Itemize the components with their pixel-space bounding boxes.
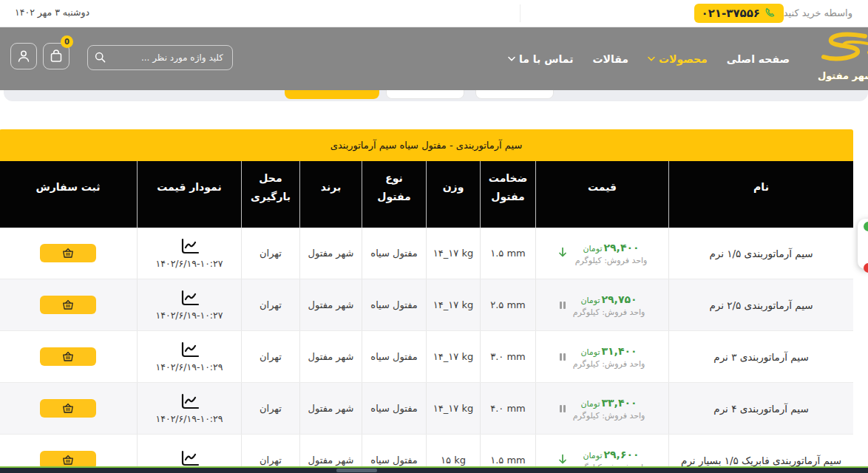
price-value: ۳۳,۴۰۰تومان: [580, 397, 637, 409]
price-value: ۳۱,۴۰۰تومان: [580, 345, 637, 357]
scrollbar-thumb[interactable]: [336, 469, 377, 472]
brand: شهر مفتول: [300, 383, 362, 434]
contact-green-dot[interactable]: [864, 222, 868, 231]
weight-value: ۱۴_۱۷ kg: [427, 279, 481, 330]
trend-steady-icon: [560, 302, 566, 309]
weight-value: ۱۴_۱۷ kg: [427, 331, 481, 382]
phone-caption: واسطه خرید کنید: [784, 7, 852, 18]
price-value: ۲۹,۶۰۰تومان: [583, 449, 639, 460]
chevron-down-icon: [508, 56, 515, 61]
category-tabstrip: [4, 90, 868, 101]
menu-articles[interactable]: مقالات: [592, 53, 628, 65]
basket-icon: [62, 455, 74, 466]
chart-cell: ۱۴۰۲/۶/۱۹-۱۰:۲۹: [138, 383, 242, 434]
page: دوشنبه ۳ مهر ۱۴۰۲ واسطه خرید کنید ۰۲۱-۳۷…: [0, 0, 868, 473]
search-icon: [94, 51, 106, 64]
order-cell: [0, 383, 138, 434]
line-chart-icon: [180, 393, 200, 410]
line-chart-icon: [180, 290, 200, 307]
table-body: سیم آرماتوربندی ۱/۵ نرم۲۹,۴۰۰تومانواحد ف…: [0, 228, 853, 473]
order-cell: [0, 228, 138, 279]
product-name: سیم آرماتوربندی ۱/۵ نرم: [669, 228, 853, 279]
site-logo[interactable]: شهر مفتول: [801, 30, 868, 89]
tab-inactive[interactable]: [475, 90, 554, 99]
price-cell: ۳۳,۴۰۰تومانواحد فروش: کیلوگرم: [536, 383, 669, 434]
sale-unit: واحد فروش: کیلوگرم: [573, 359, 645, 369]
shopping-bag-icon: [49, 49, 64, 64]
sale-unit: واحد فروش: کیلوگرم: [573, 307, 645, 317]
loading-location: تهران: [242, 228, 300, 279]
menu-products[interactable]: محصولات: [648, 53, 708, 65]
price-table: سیم آرماتوربندی - مفتول سیاه سیم آرماتور…: [0, 129, 853, 473]
chart-cell: ۱۴۰۲/۶/۱۹-۱۰:۲۷: [138, 279, 242, 330]
table-row: سیم آرماتوربندی ۲/۵ نرم۲۹,۷۵۰تومانواحد ف…: [0, 279, 853, 331]
price-chart-link[interactable]: ۱۴۰۲/۶/۱۹-۱۰:۲۷: [156, 290, 223, 321]
price-value: ۲۹,۴۰۰تومان: [583, 242, 639, 253]
brand: شهر مفتول: [300, 228, 362, 279]
order-cell: [0, 331, 138, 382]
order-button[interactable]: [40, 399, 96, 418]
table-row: سیم آرماتوربندی ۴ نرم۳۳,۴۰۰تومانواحد فرو…: [0, 383, 853, 435]
logo-text: شهر مفتول: [801, 70, 868, 81]
col-type: نوع مفتول: [362, 161, 427, 228]
col-location: محل بارگیری: [242, 161, 300, 228]
chart-timestamp: ۱۴۰۲/۶/۱۹-۱۰:۲۹: [156, 413, 223, 424]
thickness-value: ۴.۰ mm: [481, 383, 536, 434]
main-menu: صفحه اصلی محصولات مقالات تماس با ما: [508, 27, 790, 90]
sale-unit: واحد فروش: کیلوگرم: [573, 411, 645, 421]
brand: شهر مفتول: [300, 331, 362, 382]
line-chart-icon: [180, 341, 200, 358]
search-input[interactable]: [87, 45, 233, 70]
order-button[interactable]: [40, 244, 96, 262]
product-name: سیم آرماتوربندی ۳ نرم: [669, 331, 853, 382]
col-weight: وزن: [427, 161, 481, 228]
line-chart-icon: [180, 450, 200, 467]
sale-unit: واحد فروش: کیلوگرم: [575, 256, 648, 265]
brand: شهر مفتول: [300, 279, 362, 330]
basket-icon: [62, 351, 74, 362]
price-chart-link[interactable]: ۱۴۰۲/۶/۱۹-۱۰:۲۹: [156, 341, 223, 372]
price-cell: ۲۹,۷۵۰تومانواحد فروش: کیلوگرم: [536, 279, 669, 330]
col-name: نام: [669, 161, 853, 228]
price-chart-link[interactable]: ۱۴۰۲/۶/۱۹-۱۰:۲۷: [156, 238, 223, 269]
tab-inactive[interactable]: [386, 90, 464, 99]
tab-active[interactable]: [285, 90, 379, 99]
menu-home[interactable]: صفحه اصلی: [727, 53, 790, 65]
price-chart-link[interactable]: ۱۴۰۲/۶/۱۹-۱۰:۲۹: [156, 393, 223, 424]
order-cell: [0, 279, 138, 330]
contact-red-dot[interactable]: [864, 263, 868, 273]
weight-value: ۱۴_۱۷ kg: [427, 228, 481, 279]
chart-cell: ۱۴۰۲/۶/۱۹-۱۰:۲۹: [138, 331, 242, 382]
thickness-value: ۲.۵ mm: [481, 279, 536, 330]
order-button[interactable]: [40, 347, 96, 366]
table-row: سیم آرماتوربندی ۱/۵ نرم۲۹,۴۰۰تومانواحد ف…: [0, 228, 853, 279]
table-row: سیم آرماتوربندی ۳ نرم۳۱,۴۰۰تومانواحد فرو…: [0, 331, 853, 383]
col-order: ثبت سفارش: [0, 161, 138, 228]
chart-cell: ۱۴۰۲/۶/۱۹-۱۰:۲۷: [138, 228, 242, 279]
main-navbar: 0 صفحه اصلی محصولات مقالات تماس با م: [0, 27, 868, 90]
order-button[interactable]: [40, 296, 96, 314]
loading-location: تهران: [242, 279, 300, 330]
search-box: [87, 45, 233, 70]
price-cell: ۲۹,۴۰۰تومانواحد فروش: کیلوگرم: [536, 228, 669, 279]
chevron-down-icon: [648, 56, 655, 61]
account-button[interactable]: [10, 43, 37, 69]
horizontal-scrollbar[interactable]: [0, 468, 868, 473]
user-icon: [16, 49, 31, 64]
menu-contact[interactable]: تماس با ما: [508, 53, 573, 65]
phone-badge[interactable]: ۰۲۱-۳۷۵۵۶: [694, 4, 784, 23]
basket-icon: [62, 248, 74, 259]
topbar-divider: [520, 4, 521, 22]
cart-count-badge: 0: [61, 35, 73, 48]
weight-value: ۱۴_۱۷ kg: [427, 383, 481, 434]
chart-timestamp: ۱۴۰۲/۶/۱۹-۱۰:۲۷: [156, 310, 223, 321]
thickness-value: ۱.۵ mm: [481, 228, 536, 279]
product-name: سیم آرماتوربندی ۴ نرم: [669, 383, 853, 434]
price-value: ۲۹,۷۵۰تومان: [580, 293, 637, 305]
top-bar: دوشنبه ۳ مهر ۱۴۰۲ واسطه خرید کنید ۰۲۱-۳۷…: [0, 0, 868, 27]
phone-number: ۰۲۱-۳۷۵۵۶: [702, 7, 760, 20]
trend-steady-icon: [560, 405, 566, 412]
logo-mark-icon: [807, 30, 868, 70]
table-header-row: نام قیمت ضخامت مفتول وزن نوع مفتول برند …: [0, 161, 853, 228]
col-chart: نمودار قیمت: [138, 161, 242, 228]
